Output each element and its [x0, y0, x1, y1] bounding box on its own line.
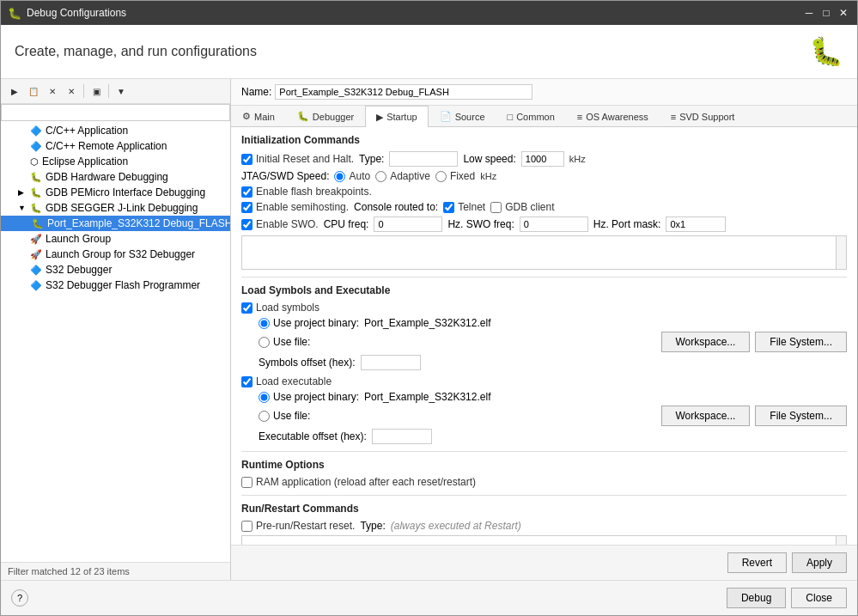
startup-tab-icon: ▶: [376, 112, 383, 123]
ram-app-checkbox[interactable]: [241, 477, 253, 488]
console-routed-text: Console routed to:: [354, 201, 438, 213]
maximize-button[interactable]: □: [819, 6, 833, 20]
tree-item-eclipse-app[interactable]: ⬡ Eclipse Application: [1, 154, 230, 169]
tree-item-gdb-hw[interactable]: 🐛 GDB Hardware Debugging: [1, 169, 230, 185]
ram-app-row: RAM application (reload after each reset…: [241, 476, 847, 488]
reset-type-input[interactable]: [389, 151, 458, 167]
tree-item-cpp-remote[interactable]: 🔷 C/C++ Remote Application: [1, 138, 230, 154]
debug-button[interactable]: Debug: [727, 588, 786, 608]
pre-run-reset-checkbox[interactable]: [241, 521, 253, 532]
adaptive-label: Adaptive: [375, 170, 430, 182]
filter-button[interactable]: ✕: [63, 82, 80, 100]
cpu-freq-input[interactable]: [374, 217, 442, 232]
pre-run-reset-text: Pre-run/Restart reset.: [256, 520, 355, 532]
load-executable-checkbox[interactable]: [241, 376, 253, 387]
tree-item-port-example[interactable]: 🐛 Port_Example_S32K312 Debug_FLASH: [1, 216, 230, 231]
use-project-binary-sym-radio[interactable]: [259, 318, 270, 329]
minimize-button[interactable]: ─: [802, 6, 816, 20]
symbols-offset-input[interactable]: [361, 355, 421, 370]
tree-label: GDB PEMicro Interface Debugging: [46, 186, 205, 198]
use-file-sym-radio[interactable]: [259, 337, 270, 348]
swo-freq-input[interactable]: [520, 217, 588, 232]
tab-common[interactable]: □ Common: [496, 106, 566, 126]
init-section-title: Initialization Commands: [241, 134, 847, 146]
scrollbar-run[interactable]: [836, 536, 846, 545]
view-menu-button[interactable]: ▼: [113, 82, 130, 100]
symbols-offset-label: Symbols offset (hex):: [259, 357, 356, 369]
tree-label: Launch Group for S32 Debugger: [46, 248, 195, 260]
gdb-client-label: GDB client: [490, 201, 554, 213]
tab-os-awareness[interactable]: ≡ OS Awareness: [566, 106, 660, 126]
tree-item-gdb-segger[interactable]: ▼ 🐛 GDB SEGGER J-Link Debugging: [1, 200, 230, 216]
config-name-bar: Name:: [231, 79, 857, 106]
semihosting-checkbox[interactable]: [241, 202, 253, 213]
filesystem-exe-button[interactable]: File System...: [755, 406, 847, 426]
gdb-client-checkbox[interactable]: [490, 202, 502, 213]
load-executable-row: Load executable: [241, 375, 847, 387]
tree-label: Launch Group: [46, 233, 111, 245]
flash-bp-text: Enable flash breakpoints.: [256, 186, 372, 198]
tab-label: Source: [455, 112, 485, 122]
hz-label1: Hz. SWO freq:: [447, 218, 514, 230]
tree-item-gdb-pemicro[interactable]: ▶ 🐛 GDB PEMicro Interface Debugging: [1, 185, 230, 200]
workspace-exe-button[interactable]: Workspace...: [661, 406, 751, 426]
workspace-sym-button[interactable]: Workspace...: [661, 332, 751, 352]
filesystem-sym-button[interactable]: File System...: [755, 332, 847, 352]
flash-bp-checkbox[interactable]: [241, 186, 253, 198]
header: Create, manage, and run configurations 🐛: [1, 25, 857, 79]
s32-debugger-icon: 🔷: [30, 265, 42, 276]
tab-label: Main: [254, 112, 275, 122]
gdb-client-text: GDB client: [505, 201, 554, 213]
tab-startup[interactable]: ▶ Startup: [365, 106, 428, 127]
config-name-input[interactable]: [275, 84, 532, 100]
search-input[interactable]: [1, 104, 230, 121]
jtag-fixed-radio[interactable]: [435, 171, 447, 182]
port-mask-input[interactable]: [666, 217, 726, 232]
use-file-sym-text: Use file:: [273, 336, 310, 348]
auto-text: Auto: [349, 170, 370, 182]
close-window-button[interactable]: ✕: [837, 6, 850, 20]
help-button[interactable]: ?: [11, 589, 28, 607]
tree-item-launch-group[interactable]: 🚀 Launch Group: [1, 231, 230, 247]
telnet-checkbox[interactable]: [443, 202, 454, 213]
duplicate-button[interactable]: 📋: [25, 82, 42, 100]
use-file-exe-radio[interactable]: [259, 411, 270, 422]
apply-button[interactable]: Apply: [792, 552, 847, 573]
khz-label1: kHz: [569, 154, 586, 164]
close-button[interactable]: Close: [791, 588, 847, 608]
jtag-adaptive-radio[interactable]: [375, 171, 386, 182]
new-config-button[interactable]: ▶: [6, 82, 23, 100]
run-restart-section: Run/Restart Commands Pre-run/Restart res…: [241, 503, 847, 545]
debug-configurations-window: 🐛 Debug Configurations ─ □ ✕ Create, man…: [0, 0, 858, 616]
tree-item-s32-flash[interactable]: 🔷 S32 Debugger Flash Programmer: [1, 278, 230, 293]
tree-item-s32-debugger[interactable]: 🔷 S32 Debugger: [1, 262, 230, 278]
port-example-icon: 🐛: [32, 218, 44, 229]
launch-group-icon: 🚀: [30, 234, 42, 245]
swo-checkbox[interactable]: [241, 219, 253, 230]
load-symbols-checkbox[interactable]: [241, 302, 253, 314]
tree-item-launch-group-s32[interactable]: 🚀 Launch Group for S32 Debugger: [1, 247, 230, 262]
arrow: ▶: [18, 188, 27, 197]
tab-debugger[interactable]: 🐛 Debugger: [286, 106, 365, 126]
tab-label: SVD Support: [679, 112, 734, 122]
tab-svd-support[interactable]: ≡ SVD Support: [660, 106, 746, 126]
tab-main[interactable]: ⚙ Main: [231, 106, 286, 126]
ram-app-label: RAM application (reload after each reset…: [241, 476, 476, 488]
delete-button[interactable]: ✕: [44, 82, 61, 100]
tab-source[interactable]: 📄 Source: [429, 106, 496, 126]
initial-reset-checkbox[interactable]: [241, 154, 253, 165]
tabs: ⚙ Main 🐛 Debugger ▶ Startup 📄 Source □: [231, 106, 857, 127]
tree-item-cpp-app[interactable]: 🔷 C/C++ Application: [1, 123, 230, 138]
use-file-sym-label: Use file:: [259, 336, 310, 348]
executable-offset-input[interactable]: [372, 429, 432, 444]
tree-label: C/C++ Remote Application: [46, 140, 167, 152]
low-speed-input[interactable]: [521, 151, 564, 167]
load-section-title: Load Symbols and Executable: [241, 284, 847, 296]
scrollbar-init[interactable]: [836, 236, 846, 269]
jtag-auto-radio[interactable]: [334, 171, 345, 182]
use-project-binary-exe-radio[interactable]: [259, 392, 270, 403]
revert-button[interactable]: Revert: [727, 552, 787, 573]
collapse-button[interactable]: ▣: [88, 82, 105, 100]
ram-app-text: RAM application (reload after each reset…: [256, 476, 476, 488]
tree-label: S32 Debugger Flash Programmer: [46, 279, 200, 291]
